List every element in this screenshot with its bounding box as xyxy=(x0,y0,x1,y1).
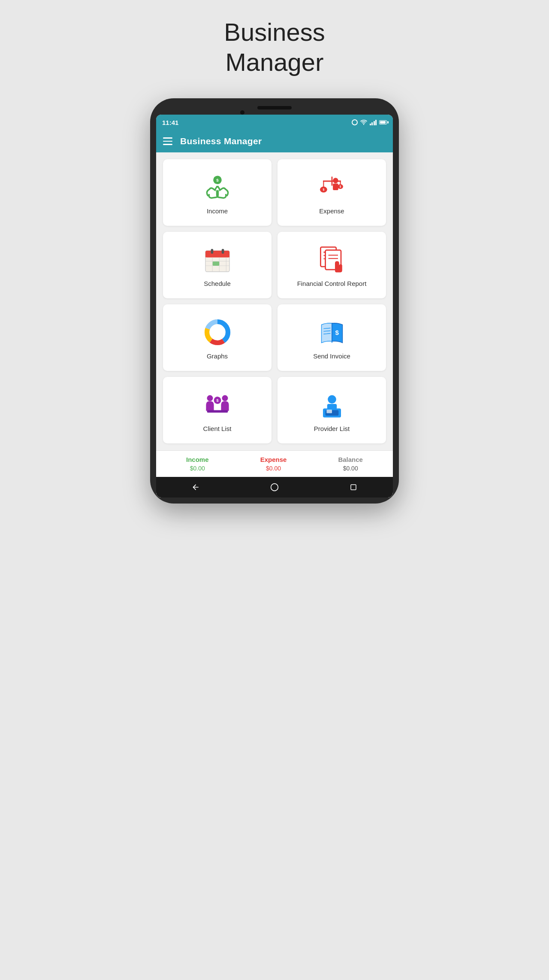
svg-text:$: $ xyxy=(323,188,324,192)
expense-balance: Expense $0.00 xyxy=(260,456,287,472)
menu-card-fcr[interactable]: Financial Control Report xyxy=(278,232,386,298)
menu-grid: $ Income xyxy=(156,152,393,450)
fcr-label: Financial Control Report xyxy=(297,280,367,287)
wifi-icon xyxy=(360,119,367,125)
provider-label: Provider List xyxy=(314,425,350,432)
expense-balance-label: Expense xyxy=(260,456,287,463)
menu-card-expense[interactable]: $ $ Expense xyxy=(278,159,386,226)
schedule-icon xyxy=(202,245,232,275)
android-nav-bar xyxy=(156,477,393,498)
menu-card-provider[interactable]: Provider List xyxy=(278,377,386,443)
camera-dot xyxy=(240,110,244,115)
balance-label: Balance xyxy=(338,456,363,463)
menu-card-client[interactable]: $ Client List xyxy=(163,377,271,443)
income-balance-label: Income xyxy=(186,456,209,463)
status-icons xyxy=(352,119,387,125)
phone-frame: 11:41 xyxy=(150,98,399,504)
graphs-icon xyxy=(202,317,232,347)
balance-bar: Income $0.00 Expense $0.00 Balance $0.00 xyxy=(156,450,393,477)
income-balance-value: $0.00 xyxy=(190,465,205,472)
svg-point-47 xyxy=(328,395,336,404)
location-icon xyxy=(352,119,358,125)
home-button[interactable] xyxy=(268,481,281,493)
income-label: Income xyxy=(207,207,228,215)
expense-label: Expense xyxy=(319,207,344,215)
svg-point-35 xyxy=(211,326,224,339)
signal-icon xyxy=(370,119,377,125)
app-bar: Business Manager xyxy=(156,130,393,152)
schedule-label: Schedule xyxy=(204,280,231,287)
back-button[interactable] xyxy=(190,481,202,493)
svg-text:$: $ xyxy=(216,178,219,182)
invoice-label: Send Invoice xyxy=(313,352,350,360)
svg-rect-22 xyxy=(212,261,219,266)
svg-text:$: $ xyxy=(216,398,218,403)
svg-rect-42 xyxy=(207,410,228,413)
fcr-icon xyxy=(317,245,347,275)
net-balance: Balance $0.00 xyxy=(338,456,363,472)
svg-point-41 xyxy=(222,395,228,401)
client-label: Client List xyxy=(203,425,232,432)
page-title: Business Manager xyxy=(224,17,325,77)
menu-card-income[interactable]: $ Income xyxy=(163,159,271,226)
invoice-icon: $ xyxy=(317,317,347,347)
svg-point-40 xyxy=(207,395,213,401)
svg-rect-15 xyxy=(211,249,213,254)
app-bar-title: Business Manager xyxy=(180,136,262,146)
menu-card-graphs[interactable]: Graphs xyxy=(163,304,271,371)
status-bar: 11:41 xyxy=(156,115,393,130)
svg-point-50 xyxy=(271,484,278,491)
menu-card-invoice[interactable]: $ Send Invoice xyxy=(278,304,386,371)
svg-rect-48 xyxy=(327,404,336,410)
svg-text:$: $ xyxy=(335,329,339,336)
svg-rect-16 xyxy=(221,249,224,254)
recents-button[interactable] xyxy=(347,481,359,493)
phone-screen: 11:41 xyxy=(156,115,393,498)
client-icon: $ xyxy=(202,390,232,420)
svg-rect-11 xyxy=(333,184,338,190)
graphs-label: Graphs xyxy=(207,352,228,360)
battery-icon xyxy=(379,120,387,124)
svg-text:$: $ xyxy=(339,185,341,189)
svg-rect-14 xyxy=(205,255,229,258)
menu-card-schedule[interactable]: Schedule xyxy=(163,232,271,298)
svg-point-10 xyxy=(333,178,338,183)
svg-rect-49 xyxy=(326,410,332,413)
balance-value: $0.00 xyxy=(343,465,358,472)
income-balance: Income $0.00 xyxy=(186,456,209,472)
svg-rect-51 xyxy=(351,485,356,490)
provider-icon xyxy=(317,390,347,420)
menu-icon[interactable] xyxy=(163,137,172,145)
expense-balance-value: $0.00 xyxy=(266,465,281,472)
expense-icon: $ $ xyxy=(317,172,347,202)
income-icon: $ xyxy=(202,172,232,202)
status-time: 11:41 xyxy=(162,119,178,126)
